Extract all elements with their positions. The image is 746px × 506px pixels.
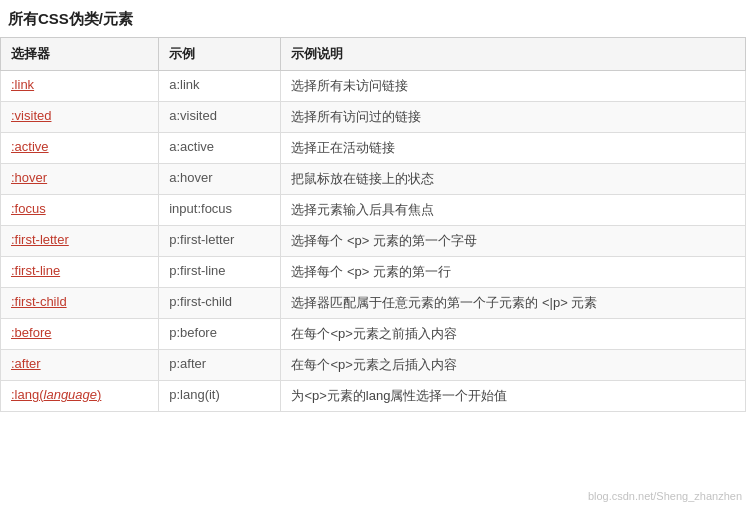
selector-link[interactable]: :first-letter — [11, 232, 69, 247]
selector-link[interactable]: :link — [11, 77, 34, 92]
table-row: :focusinput:focus选择元素输入后具有焦点 — [1, 195, 746, 226]
selector-cell[interactable]: :focus — [1, 195, 159, 226]
table-header-row: 选择器 示例 示例说明 — [1, 38, 746, 71]
table-row: :hovera:hover把鼠标放在链接上的状态 — [1, 164, 746, 195]
example-cell: p:first-child — [159, 288, 281, 319]
page-title: 所有CSS伪类/元素 — [0, 0, 746, 37]
table-row: :lang(language)p:lang(it)为<p>元素的lang属性选择… — [1, 381, 746, 412]
description-cell: 选择器匹配属于任意元素的第一个子元素的 <|p> 元素 — [281, 288, 746, 319]
selector-link[interactable]: :first-child — [11, 294, 67, 309]
table-row: :linka:link选择所有未访问链接 — [1, 71, 746, 102]
example-cell: a:visited — [159, 102, 281, 133]
selector-cell[interactable]: :first-letter — [1, 226, 159, 257]
example-cell: p:lang(it) — [159, 381, 281, 412]
description-cell: 选择正在活动链接 — [281, 133, 746, 164]
table-row: :first-childp:first-child选择器匹配属于任意元素的第一个… — [1, 288, 746, 319]
description-cell: 选择每个 <p> 元素的第一行 — [281, 257, 746, 288]
selector-cell[interactable]: :after — [1, 350, 159, 381]
example-cell: p:before — [159, 319, 281, 350]
col-header-example: 示例 — [159, 38, 281, 71]
description-cell: 在每个<p>元素之前插入内容 — [281, 319, 746, 350]
description-cell: 把鼠标放在链接上的状态 — [281, 164, 746, 195]
example-cell: a:hover — [159, 164, 281, 195]
selector-cell[interactable]: :active — [1, 133, 159, 164]
example-cell: p:first-letter — [159, 226, 281, 257]
example-cell: input:focus — [159, 195, 281, 226]
col-header-selector: 选择器 — [1, 38, 159, 71]
description-cell: 选择所有未访问链接 — [281, 71, 746, 102]
selector-cell[interactable]: :lang(language) — [1, 381, 159, 412]
description-cell: 选择元素输入后具有焦点 — [281, 195, 746, 226]
selector-link[interactable]: :lang(language) — [11, 387, 101, 402]
selector-link[interactable]: :focus — [11, 201, 46, 216]
description-cell: 选择所有访问过的链接 — [281, 102, 746, 133]
table-row: :first-letterp:first-letter选择每个 <p> 元素的第… — [1, 226, 746, 257]
example-cell: a:link — [159, 71, 281, 102]
description-cell: 在每个<p>元素之后插入内容 — [281, 350, 746, 381]
table-row: :visiteda:visited选择所有访问过的链接 — [1, 102, 746, 133]
selector-link[interactable]: :visited — [11, 108, 51, 123]
selector-cell[interactable]: :link — [1, 71, 159, 102]
selector-cell[interactable]: :first-child — [1, 288, 159, 319]
example-cell: p:first-line — [159, 257, 281, 288]
selector-link[interactable]: :after — [11, 356, 41, 371]
selector-link[interactable]: :active — [11, 139, 49, 154]
selector-cell[interactable]: :before — [1, 319, 159, 350]
css-pseudo-table: 选择器 示例 示例说明 :linka:link选择所有未访问链接:visited… — [0, 37, 746, 412]
table-row: :afterp:after在每个<p>元素之后插入内容 — [1, 350, 746, 381]
table-row: :first-linep:first-line选择每个 <p> 元素的第一行 — [1, 257, 746, 288]
table-row: :beforep:before在每个<p>元素之前插入内容 — [1, 319, 746, 350]
table-row: :activea:active选择正在活动链接 — [1, 133, 746, 164]
selector-cell[interactable]: :first-line — [1, 257, 159, 288]
example-cell: a:active — [159, 133, 281, 164]
selector-link[interactable]: :first-line — [11, 263, 60, 278]
col-header-description: 示例说明 — [281, 38, 746, 71]
selector-cell[interactable]: :visited — [1, 102, 159, 133]
selector-link[interactable]: :hover — [11, 170, 47, 185]
description-cell: 选择每个 <p> 元素的第一个字母 — [281, 226, 746, 257]
example-cell: p:after — [159, 350, 281, 381]
selector-link[interactable]: :before — [11, 325, 51, 340]
selector-cell[interactable]: :hover — [1, 164, 159, 195]
description-cell: 为<p>元素的lang属性选择一个开始值 — [281, 381, 746, 412]
